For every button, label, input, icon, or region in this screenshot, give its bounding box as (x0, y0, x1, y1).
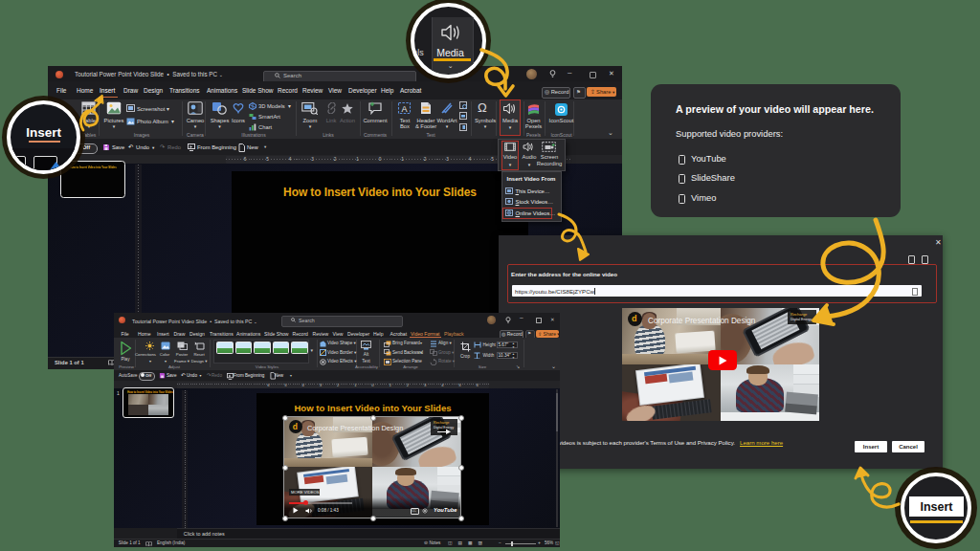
svg-text:A: A (401, 104, 407, 114)
